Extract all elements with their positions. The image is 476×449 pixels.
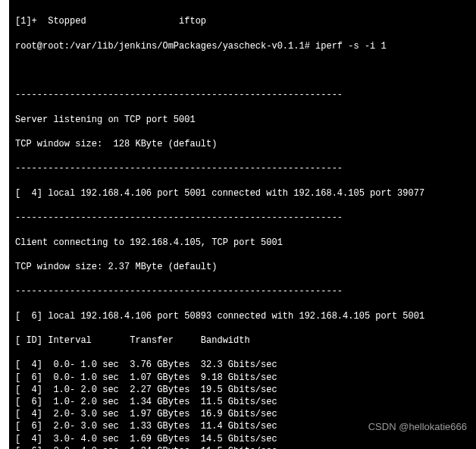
- tcp-window-1: TCP window size: 128 KByte (default): [15, 138, 470, 150]
- connection-4: [ 4] local 192.168.4.106 port 5001 conne…: [15, 187, 470, 199]
- tcp-window-2: TCP window size: 2.37 MByte (default): [15, 261, 470, 273]
- watermark: CSDN @hellokatie666: [368, 420, 467, 434]
- iperf-row: [ 6] 0.0- 1.0 sec 1.07 GBytes 9.18 Gbits…: [15, 372, 470, 384]
- job-status-1: [1]+ Stopped iftop: [15, 15, 470, 27]
- iperf-row: [ 4] 0.0- 1.0 sec 3.76 GBytes 32.3 Gbits…: [15, 359, 470, 371]
- iperf-table-header: [ ID] Interval Transfer Bandwidth: [15, 334, 470, 347]
- iperf-rows-container: [ 4] 0.0- 1.0 sec 3.76 GBytes 32.3 Gbits…: [15, 359, 470, 449]
- iperf-row: [ 6] 3.0- 4.0 sec 1.34 GBytes 11.5 Gbits…: [15, 445, 470, 449]
- iperf-row: [ 6] 1.0- 2.0 sec 1.34 GBytes 11.5 Gbits…: [15, 396, 470, 408]
- iperf-row: [ 4] 1.0- 2.0 sec 2.27 GBytes 19.5 Gbits…: [15, 384, 470, 396]
- divider: ----------------------------------------…: [15, 285, 470, 297]
- connection-6: [ 6] local 192.168.4.106 port 50893 conn…: [15, 310, 470, 322]
- blank: [15, 64, 470, 77]
- iperf-row: [ 4] 2.0- 3.0 sec 1.97 GBytes 16.9 Gbits…: [15, 408, 470, 420]
- iperf-row: [ 4] 3.0- 4.0 sec 1.69 GBytes 14.5 Gbits…: [15, 433, 470, 445]
- prompt-line-1: root@root:/var/lib/jenkins/OmPackages/ya…: [15, 40, 470, 52]
- divider: ----------------------------------------…: [15, 212, 470, 224]
- client-connecting: Client connecting to 192.168.4.105, TCP …: [15, 237, 470, 249]
- divider: ----------------------------------------…: [15, 162, 470, 174]
- server-listening: Server listening on TCP port 5001: [15, 114, 470, 126]
- terminal-window[interactable]: [1]+ Stopped iftop root@root:/var/lib/je…: [9, 0, 476, 449]
- divider: ----------------------------------------…: [15, 89, 470, 101]
